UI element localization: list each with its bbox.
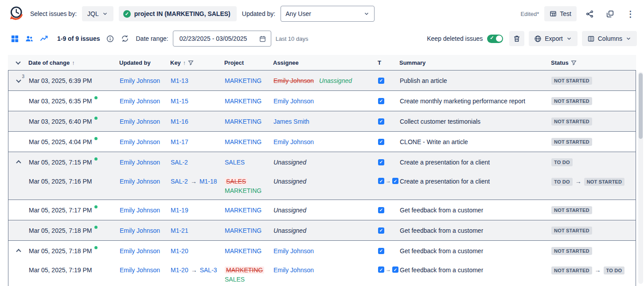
key-link-new[interactable]: SAL-3 xyxy=(200,266,217,274)
users-view-icon[interactable] xyxy=(25,34,34,43)
column-header-updated-by[interactable]: Updated by xyxy=(119,59,170,66)
expand-chevron-icon[interactable]: 3 xyxy=(15,78,22,84)
column-header-project[interactable]: Project xyxy=(224,59,273,66)
info-icon[interactable] xyxy=(106,35,114,43)
keep-deleted-toggle[interactable] xyxy=(487,35,503,43)
filter-funnel-icon[interactable] xyxy=(188,60,194,66)
key-link[interactable]: M1-21 xyxy=(171,227,188,234)
chevron-down-icon xyxy=(363,11,370,17)
status-badge: NOT STARTED xyxy=(551,206,592,214)
project-link[interactable]: MARKETING xyxy=(225,98,262,105)
date-cell: Mar 05, 2025, 7:17 PM xyxy=(29,207,120,214)
refresh-icon[interactable] xyxy=(121,35,129,43)
key-link[interactable]: SAL-2 xyxy=(171,159,188,166)
assignee-link[interactable]: James Smith xyxy=(273,118,309,125)
updated-by-label: Updated by: xyxy=(242,10,276,17)
key-link[interactable]: M1-20 xyxy=(171,247,188,255)
updated-by-link[interactable]: Emily Johnson xyxy=(120,247,160,255)
date-range-input[interactable]: 02/23/2025 - 03/05/2025 xyxy=(173,31,271,47)
project-link[interactable]: SALES xyxy=(225,159,245,166)
change-arrow-icon: → xyxy=(595,266,601,274)
columns-button[interactable]: Columns xyxy=(582,31,637,46)
table-row: Mar 05, 2025, 7:18 PMEmily JohnsonM1-21M… xyxy=(8,220,636,240)
date-range-value: 02/23/2025 - 03/05/2025 xyxy=(180,35,247,42)
updated-by-link[interactable]: Emily Johnson xyxy=(120,77,160,84)
column-header-assignee[interactable]: Assignee xyxy=(273,59,378,66)
key-cell: M1-13 xyxy=(171,77,225,84)
updated-by-link[interactable]: Emily Johnson xyxy=(120,266,160,274)
new-change-dot xyxy=(94,157,98,161)
project-link[interactable]: MARKETING xyxy=(225,247,262,255)
change-arrow-icon: → xyxy=(575,178,582,185)
table-header-row: Date of change ↑ Updated by Key ↑ Projec… xyxy=(8,55,636,70)
date-text: Mar 03, 2025, 6:39 PM xyxy=(29,77,92,84)
more-menu-button[interactable]: ⋮ xyxy=(623,6,638,21)
summary-text: Create a presentation for a client xyxy=(400,178,490,185)
updated-by-cell: Emily Johnson xyxy=(120,138,171,145)
collapse-chevron-icon[interactable] xyxy=(15,158,22,166)
updated-by-link[interactable]: Emily Johnson xyxy=(120,98,160,105)
view-switcher xyxy=(11,34,48,43)
export-button[interactable]: Export xyxy=(529,31,577,46)
task-type-icon: ✓ xyxy=(378,248,384,254)
key-link[interactable]: M1-19 xyxy=(171,207,188,214)
date-cell: Mar 05, 2025, 7:15 PM xyxy=(29,159,120,166)
summary-cell: Create a presentation for a client xyxy=(400,159,551,166)
export-label: Export xyxy=(545,35,562,42)
task-type-icon: ✓ xyxy=(392,178,398,184)
updated-by-link[interactable]: Emily Johnson xyxy=(120,178,160,185)
test-view-button[interactable]: Test xyxy=(544,6,577,21)
date-text: Mar 03, 2025, 6:35 PM xyxy=(29,98,92,105)
vertical-scrollbar[interactable] xyxy=(638,72,643,284)
updated-by-link[interactable]: Emily Johnson xyxy=(120,159,160,166)
task-type-icon: ✓ xyxy=(378,207,384,213)
expand-all-chevron-icon[interactable] xyxy=(15,59,22,66)
last-days-hint: Last 10 days xyxy=(276,35,308,42)
collapse-chevron-icon[interactable] xyxy=(15,247,22,255)
column-header-summary[interactable]: Summary xyxy=(399,59,551,66)
column-header-key[interactable]: Key ↑ xyxy=(170,59,224,66)
date-cell: Mar 05, 2025, 7:18 PM xyxy=(29,247,120,255)
key-link[interactable]: M1-15 xyxy=(171,98,188,105)
type-cell: ✓→✓ xyxy=(378,178,400,184)
assignee-link[interactable]: Emily Johnson xyxy=(273,138,314,145)
grid-view-icon[interactable] xyxy=(11,35,19,43)
chart-view-icon[interactable] xyxy=(39,34,48,43)
project-link[interactable]: MARKETING xyxy=(225,118,262,125)
updated-by-select[interactable]: Any User xyxy=(281,6,375,22)
share-icon xyxy=(585,10,594,18)
key-link-old[interactable]: SAL-2 xyxy=(171,178,188,185)
project-added[interactable]: SALES xyxy=(225,276,245,283)
updated-by-link[interactable]: Emily Johnson xyxy=(120,207,160,214)
project-link[interactable]: MARKETING xyxy=(225,227,262,234)
summary-text: Collect customer testimonials xyxy=(400,118,480,125)
duplicate-button[interactable] xyxy=(602,6,617,21)
key-link[interactable]: M1-17 xyxy=(171,138,188,145)
column-header-status[interactable]: Status xyxy=(551,59,636,66)
column-header-date[interactable]: Date of change ↑ xyxy=(28,59,119,66)
summary-cell: Publish an article xyxy=(400,77,551,84)
assignee-link[interactable]: Emily Johnson xyxy=(273,266,314,274)
scrollbar-thumb[interactable] xyxy=(639,73,643,139)
status-badge: NOT STARTED xyxy=(551,97,592,105)
filter-funnel-icon[interactable] xyxy=(571,60,577,66)
key-link-old[interactable]: M1-20 xyxy=(171,266,188,274)
key-link-new[interactable]: M1-18 xyxy=(199,178,217,185)
project-added[interactable]: MARKETING xyxy=(225,187,262,194)
updated-by-link[interactable]: Emily Johnson xyxy=(120,118,160,125)
project-link[interactable]: MARKETING xyxy=(225,138,262,145)
project-link[interactable]: MARKETING xyxy=(225,77,262,84)
key-link[interactable]: M1-13 xyxy=(171,77,188,84)
summary-cell: Collect customer testimonials xyxy=(400,118,551,125)
updated-by-link[interactable]: Emily Johnson xyxy=(120,138,160,145)
column-header-type[interactable]: T xyxy=(378,59,399,66)
jql-dropdown-button[interactable]: JQL xyxy=(82,6,113,21)
jql-filter-chip[interactable]: ✓ project IN (MARKETING, SALES) xyxy=(119,6,237,21)
assignee-link[interactable]: Emily Johnson xyxy=(273,98,314,105)
project-link[interactable]: MARKETING xyxy=(225,207,262,214)
key-link[interactable]: M1-16 xyxy=(171,118,188,125)
updated-by-link[interactable]: Emily Johnson xyxy=(120,227,160,234)
delete-button[interactable] xyxy=(509,31,524,46)
assignee-link[interactable]: Emily Johnson xyxy=(273,247,314,255)
share-button[interactable] xyxy=(582,6,597,21)
